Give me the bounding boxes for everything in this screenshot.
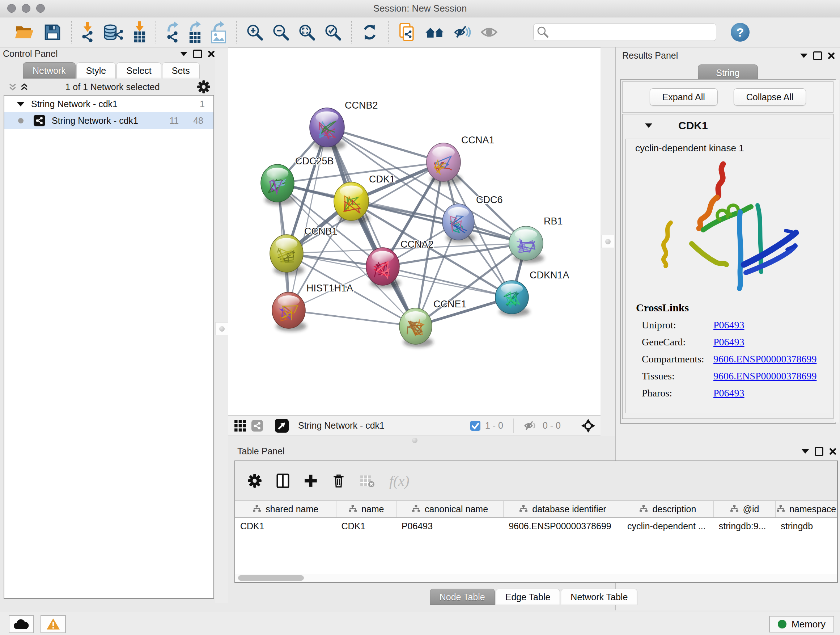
right-splitter[interactable] bbox=[600, 48, 615, 436]
panel-menu-icon[interactable] bbox=[180, 52, 187, 56]
apply-layout-button[interactable] bbox=[362, 24, 378, 41]
panel-close-icon[interactable] bbox=[829, 448, 836, 455]
bottom-splitter[interactable] bbox=[228, 436, 601, 445]
table-horizontal-scrollbar[interactable] bbox=[235, 574, 837, 582]
import-network-database-button[interactable] bbox=[103, 24, 124, 40]
search-input[interactable] bbox=[533, 24, 716, 41]
network-node-CCNB2[interactable]: CCNB2 bbox=[309, 100, 378, 150]
crosslink-link[interactable]: P06493 bbox=[714, 319, 745, 331]
memory-button[interactable]: Memory bbox=[769, 616, 834, 632]
results-scrollbar[interactable] bbox=[834, 80, 839, 423]
panel-close-icon[interactable] bbox=[828, 52, 835, 59]
table-cell[interactable]: 9606.ENSP00000378699 bbox=[504, 518, 622, 535]
column-type-icon bbox=[412, 505, 420, 513]
open-session-button[interactable] bbox=[14, 24, 34, 41]
zoom-selected-button[interactable] bbox=[325, 24, 341, 41]
cloud-status-button[interactable] bbox=[9, 615, 34, 633]
table-options-gear-icon[interactable] bbox=[248, 473, 262, 488]
delete-column-icon[interactable] bbox=[332, 473, 345, 488]
network-node-CCNA1[interactable]: CCNA1 bbox=[426, 135, 494, 185]
table-row[interactable]: CDK1CDK1P064939606.ENSP00000378699cyclin… bbox=[235, 518, 837, 535]
crosslink-link[interactable]: P06493 bbox=[714, 387, 745, 399]
network-graph[interactable]: CCNB2CCNA1CDC25BCDK1CDC6RB1CCNB1CCNA2CDK… bbox=[228, 48, 601, 415]
save-session-button[interactable] bbox=[44, 24, 61, 41]
network-node-CCNB1[interactable]: CCNB1 bbox=[270, 226, 338, 276]
results-tab-string[interactable]: String bbox=[698, 65, 758, 81]
import-table-file-button[interactable] bbox=[134, 21, 146, 43]
birdseye-icon[interactable] bbox=[581, 419, 595, 432]
table-cell[interactable]: stringdb:9... bbox=[714, 518, 775, 535]
left-splitter[interactable] bbox=[215, 49, 228, 603]
import-network-clipboard-button[interactable] bbox=[398, 23, 416, 42]
table-cell[interactable]: stringdb bbox=[775, 518, 837, 535]
zoom-out-button[interactable] bbox=[272, 24, 289, 41]
collapse-all-button[interactable]: Collapse All bbox=[734, 88, 806, 106]
tab-sets[interactable]: Sets bbox=[162, 62, 200, 79]
crosslink-link[interactable]: P06493 bbox=[714, 336, 745, 348]
panel-float-icon[interactable] bbox=[813, 51, 822, 60]
export-image-button[interactable] bbox=[211, 21, 226, 43]
network-options-gear-icon[interactable] bbox=[197, 80, 210, 94]
scrollbar-thumb[interactable] bbox=[238, 575, 304, 581]
table-cell[interactable]: P06493 bbox=[396, 518, 504, 535]
column-header-id[interactable]: @id bbox=[714, 501, 775, 517]
table-cell[interactable]: CDK1 bbox=[235, 518, 336, 535]
panel-float-icon[interactable] bbox=[815, 447, 823, 456]
expand-all-icon[interactable] bbox=[20, 83, 28, 91]
crosslink-link[interactable]: 9606.ENSP00000378699 bbox=[714, 371, 816, 382]
crosslink-label: Tissues: bbox=[642, 371, 714, 382]
panel-close-icon[interactable] bbox=[208, 50, 215, 57]
tab-network-table[interactable]: Network Table bbox=[561, 589, 638, 605]
hidden-eye-icon[interactable] bbox=[524, 420, 538, 432]
panel-menu-icon[interactable] bbox=[802, 449, 809, 454]
network-node-CCNE1[interactable]: CCNE1 bbox=[399, 299, 467, 347]
network-type-icon[interactable] bbox=[251, 420, 263, 432]
entry-collapse-icon[interactable] bbox=[645, 124, 652, 128]
collapse-all-icon[interactable] bbox=[9, 83, 17, 91]
export-table-button[interactable] bbox=[188, 21, 202, 43]
help-button[interactable]: ? bbox=[731, 23, 750, 42]
create-column-icon[interactable] bbox=[304, 474, 317, 488]
network-edge[interactable] bbox=[327, 127, 416, 326]
network-canvas[interactable]: CCNB2CCNA1CDC25BCDK1CDC6RB1CCNB1CCNA2CDK… bbox=[228, 48, 601, 436]
grid-mode-icon[interactable] bbox=[234, 420, 246, 432]
zoom-in-button[interactable] bbox=[246, 24, 263, 41]
zoom-fit-button[interactable] bbox=[298, 24, 315, 41]
network-edge[interactable] bbox=[289, 310, 416, 326]
network-node-CDKN1A[interactable]: CDKN1A bbox=[495, 270, 569, 317]
network-node-HIST1H1A[interactable]: HIST1H1A bbox=[272, 283, 353, 331]
column-header-database-identifier[interactable]: database identifier bbox=[504, 501, 622, 517]
selected-checkbox-icon[interactable] bbox=[470, 420, 481, 431]
crosslink-link[interactable]: 9606.ENSP00000378699 bbox=[714, 353, 816, 365]
show-columns-icon[interactable] bbox=[276, 473, 289, 488]
column-header-description[interactable]: description bbox=[622, 501, 714, 517]
tab-edge-table[interactable]: Edge Table bbox=[496, 589, 561, 605]
column-header-shared-name[interactable]: shared name bbox=[235, 501, 336, 517]
panel-float-icon[interactable] bbox=[193, 50, 202, 58]
expand-all-button[interactable]: Expand All bbox=[650, 88, 718, 106]
panel-menu-icon[interactable] bbox=[800, 54, 807, 58]
table-cell[interactable]: CDK1 bbox=[336, 518, 396, 535]
collection-expand-icon[interactable] bbox=[17, 102, 25, 106]
tab-node-table[interactable]: Node Table bbox=[430, 589, 495, 605]
tab-style[interactable]: Style bbox=[76, 62, 116, 79]
entry-header[interactable]: CDK1 bbox=[622, 114, 833, 137]
network-collection-row[interactable]: String Network - cdk1 1 bbox=[4, 96, 213, 112]
import-network-file-button[interactable] bbox=[81, 22, 94, 43]
function-builder-icon[interactable]: f(x) bbox=[389, 472, 409, 489]
network-row[interactable]: String Network - cdk1 11 48 bbox=[4, 112, 213, 129]
tab-network[interactable]: Network bbox=[23, 62, 76, 79]
detach-view-icon[interactable] bbox=[275, 419, 289, 432]
eye-button[interactable] bbox=[481, 27, 497, 38]
column-header-namespace[interactable]: namespace bbox=[775, 501, 837, 517]
graphics-details-button[interactable] bbox=[454, 25, 471, 40]
network-node-RB1[interactable]: RB1 bbox=[509, 216, 563, 263]
delete-table-icon[interactable] bbox=[360, 474, 375, 488]
string-query-button[interactable] bbox=[425, 26, 445, 39]
column-header-canonical-name[interactable]: canonical name bbox=[396, 501, 504, 517]
export-network-button[interactable] bbox=[166, 21, 179, 43]
column-header-name[interactable]: name bbox=[336, 501, 396, 517]
warning-status-button[interactable] bbox=[41, 615, 66, 633]
tab-select[interactable]: Select bbox=[117, 62, 161, 79]
table-cell[interactable]: cyclin-dependent ... bbox=[622, 518, 714, 535]
